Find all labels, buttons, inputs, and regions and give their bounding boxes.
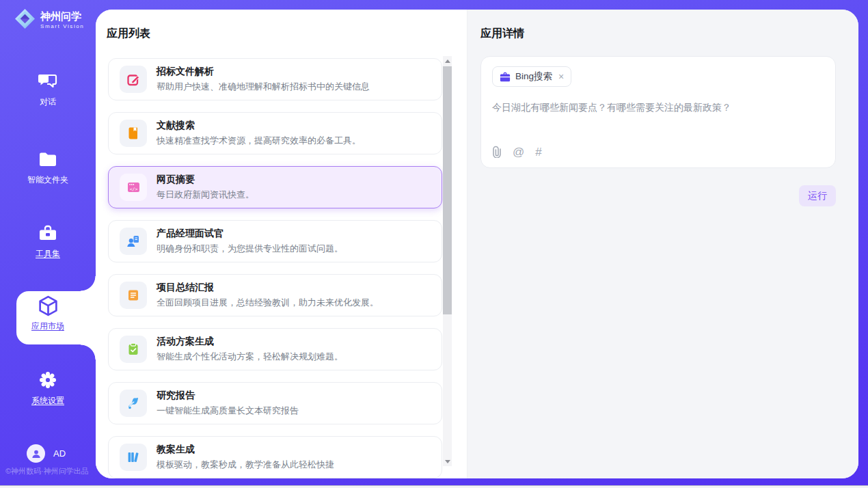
- sidebar-item-gear[interactable]: 系统设置: [0, 370, 96, 407]
- app-card-title: 教案生成: [157, 444, 334, 456]
- notepad-icon: [120, 282, 147, 309]
- user-initials: AD: [53, 448, 66, 459]
- book-icon: [120, 120, 147, 147]
- app-detail-title: 应用详情: [480, 27, 524, 41]
- app-card-desc: 全面回顾项目进展，总结经验教训，助力未来优化发展。: [157, 297, 379, 309]
- avatar[interactable]: [27, 444, 45, 463]
- paperclip-icon[interactable]: [492, 146, 502, 158]
- app-card-title: 产品经理面试官: [157, 228, 343, 240]
- app-card-list: 招标文件解析 帮助用户快速、准确地理解和解析招标书中的关键信息 文献搜索 快速精…: [108, 58, 442, 478]
- app-card[interactable]: 招标文件解析 帮助用户快速、准确地理解和解析招标书中的关键信息: [108, 58, 442, 100]
- sidebar-item-cube[interactable]: 应用市场: [0, 295, 96, 332]
- app-card-desc: 智能生成个性化活动方案，轻松解决规划难题。: [157, 351, 343, 363]
- browser-code-icon: </>: [120, 174, 147, 201]
- app-card[interactable]: 项目总结汇报 全面回顾项目进展，总结经验教训，助力未来优化发展。: [108, 274, 442, 316]
- run-button[interactable]: 运行: [799, 185, 836, 206]
- app-card-title: 网页摘要: [157, 174, 254, 186]
- app-card[interactable]: </> 网页摘要 每日政府新闻资讯快查。: [108, 166, 442, 208]
- app-card-title: 活动方案生成: [157, 336, 343, 348]
- app-card-title: 文献搜索: [157, 120, 361, 132]
- app-card-desc: 模板驱动，教案秒成，教学准备从此轻松快捷: [157, 459, 334, 471]
- sidebar-item-toolbox[interactable]: 工具集: [0, 223, 96, 260]
- chat-icon: [0, 71, 96, 92]
- query-text-input[interactable]: 今日湖北有哪些新闻要点？有哪些需要关注的最新政策？: [492, 101, 824, 115]
- copyright-text: ©神州数码·神州问学出品: [5, 466, 89, 476]
- app-card-desc: 每日政府新闻资讯快查。: [157, 189, 254, 201]
- gear-icon: [0, 370, 96, 390]
- sidebar-item-folder[interactable]: 智能文件夹: [0, 149, 96, 186]
- cube-icon: [0, 295, 96, 316]
- app-window: { "brand": { "name": "神州问学", "subtitle":…: [0, 0, 868, 488]
- at-icon[interactable]: @: [513, 146, 524, 158]
- brand-logo: 神州问学 Smart Vision: [14, 8, 84, 32]
- chip-close-icon[interactable]: ×: [558, 72, 564, 81]
- bottom-edge-strip: [0, 485, 868, 488]
- sidebar-item-label: 智能文件夹: [27, 174, 68, 186]
- app-detail-panel: 应用详情 Bing搜索 × 今日湖北有哪些新闻要点？有哪些需要关注的最新政策？ …: [467, 10, 858, 478]
- toolbox-icon: [0, 223, 96, 243]
- app-card-desc: 一键智能生成高质量长文本研究报告: [157, 405, 299, 417]
- brand-subtitle: Smart Vision: [40, 23, 84, 29]
- hash-icon[interactable]: #: [535, 146, 541, 158]
- svg-text:</>: </>: [129, 187, 137, 192]
- tool-chip-label: Bing搜索: [515, 70, 552, 83]
- pen-nib-icon: [120, 390, 147, 417]
- books-icon: [120, 444, 147, 471]
- briefcase-icon: [500, 72, 511, 82]
- app-card[interactable]: 产品经理面试官 明确身份和职责，为您提供专业性的面试问题。: [108, 220, 442, 262]
- app-card-desc: 明确身份和职责，为您提供专业性的面试问题。: [157, 243, 343, 255]
- interviewer-icon: [120, 228, 147, 255]
- user-row[interactable]: AD: [27, 444, 66, 463]
- app-card-title: 项目总结汇报: [157, 282, 379, 294]
- app-card[interactable]: 文献搜索 快速精准查找学术资源，提高研究效率的必备工具。: [108, 112, 442, 154]
- sidebar: 神州问学 Smart Vision 对话 智能文件夹 工具集 应用市场 系统设置…: [0, 0, 96, 488]
- composer-toolbar: @#: [492, 146, 824, 158]
- app-card[interactable]: 教案生成 模板驱动，教案秒成，教学准备从此轻松快捷: [108, 436, 442, 478]
- main-content: 应用列表 招标文件解析 帮助用户快速、准确地理解和解析招标书中的关键信息 文献搜…: [96, 10, 858, 478]
- scroll-down-button[interactable]: [443, 457, 452, 466]
- app-card-desc: 快速精准查找学术资源，提高研究效率的必备工具。: [157, 135, 361, 147]
- brand-name: 神州问学: [40, 11, 84, 23]
- run-row: 运行: [480, 185, 836, 206]
- app-card-title: 研究报告: [157, 390, 299, 402]
- sidebar-item-chat[interactable]: 对话: [0, 71, 96, 108]
- clipboard-check-icon: [120, 336, 147, 363]
- triangle-up-icon: [445, 59, 450, 63]
- sidebar-item-label: 工具集: [36, 248, 60, 260]
- sidebar-item-label: 对话: [40, 96, 56, 108]
- app-card[interactable]: 活动方案生成 智能生成个性化活动方案，轻松解决规划难题。: [108, 328, 442, 370]
- scroll-up-button[interactable]: [443, 56, 452, 66]
- folder-icon: [0, 149, 96, 170]
- app-card-title: 招标文件解析: [157, 66, 370, 78]
- document-edit-icon: [120, 66, 147, 93]
- app-card-desc: 帮助用户快速、准确地理解和解析招标书中的关键信息: [157, 81, 370, 93]
- app-list-scrollbar[interactable]: [443, 56, 452, 466]
- tool-chip-bing-search[interactable]: Bing搜索 ×: [492, 66, 571, 87]
- app-card[interactable]: 研究报告 一键智能生成高质量长文本研究报告: [108, 382, 442, 424]
- app-list-panel: 应用列表 招标文件解析 帮助用户快速、准确地理解和解析招标书中的关键信息 文献搜…: [96, 10, 467, 478]
- triangle-down-icon: [445, 460, 450, 463]
- sidebar-item-label: 系统设置: [31, 395, 64, 407]
- scrollbar-thumb[interactable]: [443, 66, 452, 314]
- diamond-logo-icon: [14, 8, 36, 32]
- app-list-title: 应用列表: [107, 27, 150, 41]
- sidebar-item-label: 应用市场: [31, 321, 64, 332]
- composer-card: Bing搜索 × 今日湖北有哪些新闻要点？有哪些需要关注的最新政策？ @#: [480, 56, 836, 168]
